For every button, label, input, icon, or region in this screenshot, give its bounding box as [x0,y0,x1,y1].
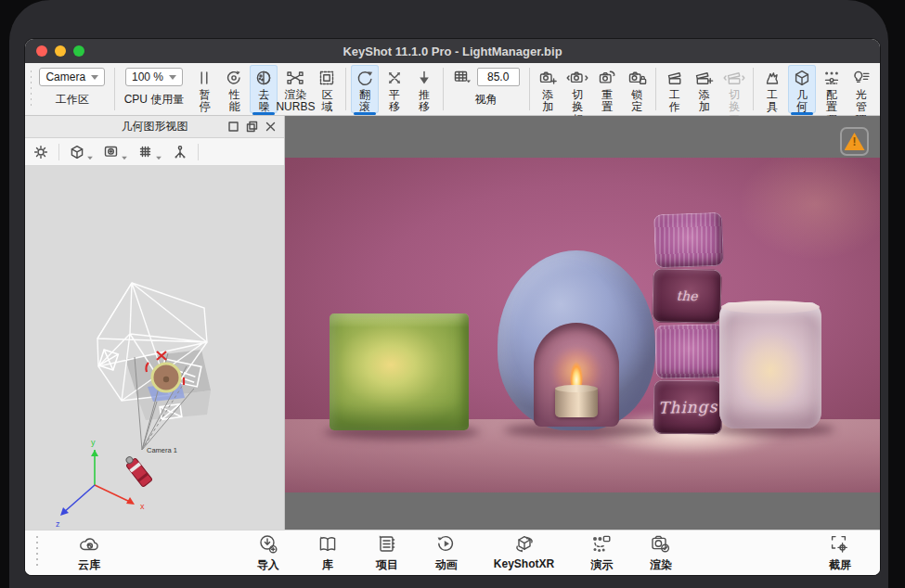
studio-button[interactable]: 工 作 [661,65,689,113]
bottombar-drag-handle[interactable] [34,536,40,569]
cpu-usage-dropdown[interactable]: 100 % [125,68,183,86]
keyshotxr-button[interactable]: KeyShotXR [488,530,560,575]
import-icon [256,532,280,556]
fov-label: 视角 [475,92,498,108]
panel-scene-button[interactable] [69,144,94,160]
main-toolbar: Camera 工作区 100 % CPU 使用量 暂 停 性 能 [25,63,880,116]
lock-camera-icon [627,69,647,87]
window-title: KeyShot 11.1.0 Pro - LightManager.bip [25,45,880,58]
hierarchy-tripod-icon [172,144,188,160]
zoom-window-button[interactable] [73,45,84,57]
presentation-button[interactable]: 演示 [584,530,619,575]
dolly-button[interactable]: 推 移 [410,65,438,113]
geometry-panel-header[interactable]: 几何图形视图 [25,116,284,138]
switch-camera-button[interactable]: 切换 相机 [563,65,591,113]
panel-camera-view-button[interactable] [103,144,128,160]
pan-icon [385,69,404,87]
panel-move-grid-button[interactable] [137,144,162,160]
scene-cube-icon [69,144,85,160]
pause-button[interactable]: 暂 停 [190,65,218,113]
import-button[interactable]: 导入 [251,530,286,575]
panel-window-controls [227,121,284,133]
workspace-dropdown[interactable]: Camera [39,68,105,86]
screenshot-button[interactable]: 截屏 [822,530,858,575]
axis-y-label: y [91,438,96,447]
fov-group: 视角 [447,63,525,115]
switch-studio-icon [723,69,745,87]
fov-input[interactable] [477,68,520,86]
tealight-candle [555,388,598,417]
render-icon [649,532,673,556]
geometry-panel-toolbar [25,138,284,166]
tools-button[interactable]: 工 具 [758,65,786,113]
chevron-down-icon [91,75,98,80]
pause-icon [195,69,213,87]
round-candle-holder [498,250,655,430]
lock-camera-button[interactable]: 锁 定 [623,65,651,113]
switch-studio-button[interactable]: 切换 工作室 [720,65,749,113]
denoise-button[interactable]: 去 噪 [250,65,278,113]
project-icon [375,532,399,556]
glass-cube-stack: the Things [653,213,725,436]
cube-engraving: the [676,288,697,303]
panel-hierarchy-button[interactable] [172,144,188,160]
region-icon [317,69,336,87]
denoise-icon [254,69,273,87]
toolbar-drag-handle[interactable] [29,70,32,108]
configurator-button[interactable]: 配置 程序 [818,65,846,113]
add-studio-button[interactable]: 添 加 [691,65,718,113]
multiview-grid-icon [453,68,472,86]
performance-icon [225,69,243,87]
geometry-button[interactable]: 几 何 [788,65,816,113]
glass-cube-top [653,212,724,269]
performance-button[interactable]: 性 能 [220,65,248,113]
cloud-library-button[interactable]: 云库 [71,530,107,575]
workspace-value: Camera [45,70,85,83]
minimize-window-button[interactable] [55,45,66,57]
screenshot-icon [828,532,852,556]
panel-settings-button[interactable] [32,144,49,160]
studio-icon [666,69,684,87]
tumble-button[interactable]: 翻 滚 [351,65,379,113]
glass-cube-second: the [652,268,721,324]
frosted-votive [719,302,821,428]
close-panel-icon[interactable] [265,121,277,133]
render-image[interactable]: the Things [285,158,880,492]
animation-icon [434,532,459,556]
warning-button[interactable] [840,127,869,156]
light-manager-icon [852,69,872,87]
render-button[interactable]: 渲染 [643,530,679,575]
render-nurbs-button[interactable]: 渲染 NURBS [279,65,311,113]
library-button[interactable]: 库 [310,530,345,575]
workspace-group: Camera 工作区 [33,63,110,115]
title-bar[interactable]: KeyShot 11.1.0 Pro - LightManager.bip [25,39,880,63]
close-window-button[interactable] [36,45,47,57]
animation-button[interactable]: 动画 [429,530,464,575]
pan-button[interactable]: 平 移 [381,65,408,113]
cpu-group: 100 % CPU 使用量 [119,63,190,115]
add-camera-button[interactable]: 添 加 [534,65,562,113]
axis-z-label: z [56,519,60,529]
toolbar-separator [753,68,754,110]
gear-icon [32,144,49,160]
project-button[interactable]: 项目 [369,530,405,575]
tools-icon [763,69,782,87]
add-studio-icon [694,69,714,87]
region-button[interactable]: 区 域 [313,65,341,113]
keyshot-window: KeyShot 11.1.0 Pro - LightManager.bip Ca… [25,39,880,575]
realtime-viewport[interactable]: the Things [285,116,880,530]
add-camera-icon [538,69,558,87]
geometry-canvas[interactable]: Camera 1 y x z [25,166,284,530]
cloud-library-icon [77,532,101,556]
reset-camera-button[interactable]: 重 置 [593,65,621,113]
toolbar-separator [443,68,444,110]
geometry-cube-icon [793,69,811,87]
maximize-panel-icon[interactable] [227,121,239,133]
workspace-label: 工作区 [56,92,89,108]
background-light-spot [713,158,880,278]
holder-arch-opening [534,323,619,427]
float-panel-icon[interactable] [246,121,258,133]
light-manager-button[interactable]: 光管 理器 [847,65,875,113]
chevron-down-icon [156,156,162,160]
toolbar-separator [655,68,656,110]
